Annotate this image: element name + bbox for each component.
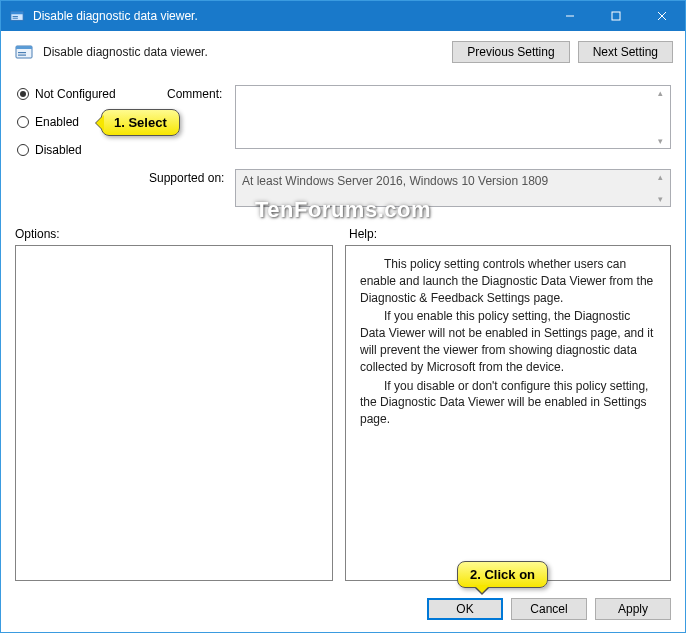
comment-textarea[interactable]: ▴ ▾ — [235, 85, 671, 149]
chevron-down-icon[interactable]: ▾ — [652, 194, 668, 204]
help-panel: This policy setting controls whether use… — [345, 245, 671, 581]
footer-buttons: OK Cancel Apply — [427, 598, 671, 620]
radio-icon — [17, 88, 29, 100]
annotation-click-on: 2. Click on — [457, 561, 548, 588]
supported-on-label: Supported on: — [149, 171, 224, 185]
radio-icon — [17, 144, 29, 156]
radio-label: Disabled — [35, 143, 82, 157]
scroll-arrows: ▴ ▾ — [652, 88, 668, 146]
chevron-up-icon[interactable]: ▴ — [652, 172, 668, 182]
titlebar: Disable diagnostic data viewer. — [1, 1, 685, 31]
close-button[interactable] — [639, 1, 685, 31]
help-paragraph: If you enable this policy setting, the D… — [360, 308, 656, 375]
window-controls — [547, 1, 685, 31]
help-paragraph: If you disable or don't configure this p… — [360, 378, 656, 428]
previous-setting-button[interactable]: Previous Setting — [452, 41, 569, 63]
chevron-down-icon[interactable]: ▾ — [652, 136, 668, 146]
cancel-button[interactable]: Cancel — [511, 598, 587, 620]
ok-button[interactable]: OK — [427, 598, 503, 620]
scroll-arrows: ▴ ▾ — [652, 172, 668, 204]
header-row: Disable diagnostic data viewer. Previous… — [13, 41, 673, 63]
svg-rect-1 — [11, 12, 23, 15]
svg-rect-3 — [13, 18, 18, 19]
radio-disabled[interactable]: Disabled — [17, 143, 116, 157]
options-panel — [15, 245, 333, 581]
radio-icon — [17, 116, 29, 128]
policy-title: Disable diagnostic data viewer. — [43, 45, 444, 59]
svg-rect-5 — [612, 12, 620, 20]
comment-label: Comment: — [167, 87, 222, 101]
help-label: Help: — [349, 227, 377, 241]
svg-rect-9 — [16, 46, 32, 49]
svg-rect-10 — [18, 52, 26, 53]
window-title: Disable diagnostic data viewer. — [33, 9, 547, 23]
annotation-select: 1. Select — [101, 109, 180, 136]
radio-label: Not Configured — [35, 87, 116, 101]
svg-rect-11 — [18, 55, 26, 56]
policy-window-icon — [9, 8, 25, 24]
supported-on-text: At least Windows Server 2016, Windows 10… — [235, 169, 671, 207]
maximize-button[interactable] — [593, 1, 639, 31]
svg-rect-2 — [13, 16, 18, 17]
help-paragraph: This policy setting controls whether use… — [360, 256, 656, 306]
radio-label: Enabled — [35, 115, 79, 129]
apply-button[interactable]: Apply — [595, 598, 671, 620]
radio-not-configured[interactable]: Not Configured — [17, 87, 116, 101]
minimize-button[interactable] — [547, 1, 593, 31]
policy-icon — [13, 41, 35, 63]
supported-on-value: At least Windows Server 2016, Windows 10… — [242, 174, 548, 188]
next-setting-button[interactable]: Next Setting — [578, 41, 673, 63]
chevron-up-icon[interactable]: ▴ — [652, 88, 668, 98]
options-label: Options: — [15, 227, 60, 241]
